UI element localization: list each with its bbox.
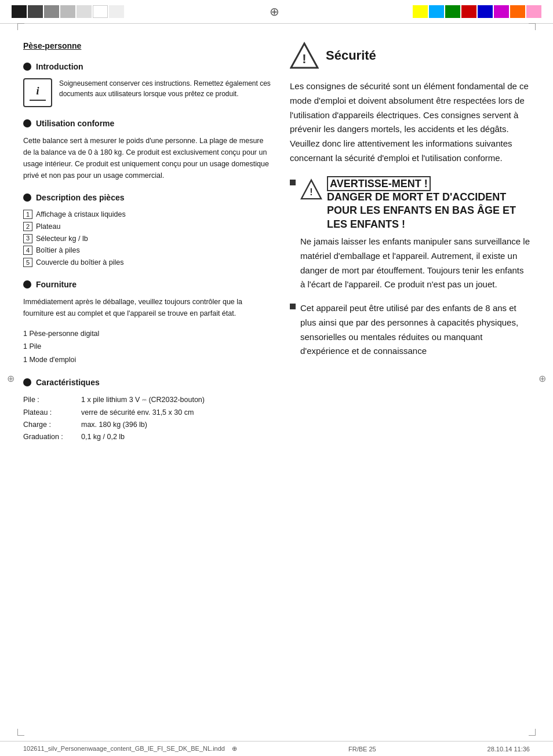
- page-title: Pèse-personne: [23, 41, 272, 50]
- item-number: 3: [23, 234, 32, 243]
- list-item: 4Boîtier à piles: [23, 245, 272, 256]
- footer-crosshair: ⊕: [232, 745, 237, 752]
- color-bar-right: [413, 5, 541, 18]
- warning-body-1: Ne jamais laisser les enfants manipuler …: [300, 235, 530, 292]
- spec-label: Charge :: [23, 419, 81, 431]
- info-lines: [30, 100, 46, 101]
- spec-row: Charge :max. 180 kg (396 lb): [23, 419, 272, 431]
- spec-value: 1 x pile lithium 3 V ⎓ (CR2032-bouton): [81, 394, 272, 406]
- warning-bullet-2: [290, 304, 296, 309]
- item-number: 1: [23, 210, 32, 219]
- color-bar-top: ⊕: [0, 0, 553, 24]
- list-item: 1Affichage à cristaux liquides: [23, 209, 272, 220]
- list-item: 2Plateau: [23, 221, 272, 232]
- security-title: Sécurité: [326, 48, 376, 63]
- item-number: 2: [23, 222, 32, 231]
- item-text: Boîtier à piles: [36, 245, 80, 256]
- list-item: 5Couvercle du boîtier à piles: [23, 257, 272, 268]
- color-bar-left: [12, 5, 124, 18]
- supply-item: 1 Pile: [23, 340, 272, 353]
- info-text: Soigneusement conserver ces instructions…: [59, 78, 272, 99]
- section-dot-desc: [23, 193, 31, 202]
- swatch-very-lt-gray: [77, 5, 92, 18]
- warning-header-row: ! AVERTISSE-MENT ! DANGER DE MORT ET D'A…: [300, 177, 530, 232]
- section-dot-carac: [23, 378, 31, 386]
- spec-value: 0,1 kg / 0,2 lb: [81, 431, 272, 443]
- supply-item: 1 Mode d'emploi: [23, 353, 272, 367]
- section-caracteristiques: Caractéristiques: [23, 378, 272, 387]
- section-fourniture-label: Fourniture: [36, 280, 77, 289]
- footer-page-num: FR/BE 25: [348, 746, 376, 753]
- warning-block-2: Cet appareil peut être utilisé par des e…: [290, 301, 530, 359]
- utilisation-body: Cette balance sert à mesurer le poids d'…: [23, 135, 272, 181]
- spec-row: Pile :1 x pile lithium 3 V ⎓ (CR2032-bou…: [23, 394, 272, 406]
- item-text: Sélecteur kg / lb: [36, 233, 88, 244]
- spec-label: Plateau :: [23, 407, 81, 419]
- item-number: 4: [23, 246, 32, 255]
- spec-value: max. 180 kg (396 lb): [81, 419, 272, 431]
- swatch-lt-gray: [60, 5, 75, 18]
- security-header: ! Sécurité: [290, 41, 530, 70]
- section-dot-util: [23, 119, 31, 127]
- color-bar-center: ⊕: [136, 5, 413, 19]
- warning-block-1: ! AVERTISSE-MENT ! DANGER DE MORT ET D'A…: [290, 177, 530, 293]
- item-text: Affichage à cristaux liquides: [36, 209, 126, 220]
- item-number: 5: [23, 258, 32, 267]
- pieces-list: 1Affichage à cristaux liquides2Plateau3S…: [23, 209, 272, 268]
- item-text: Couvercle du boîtier à piles: [36, 257, 123, 268]
- swatch-green: [445, 5, 460, 18]
- swatch-magenta: [494, 5, 509, 18]
- section-utilisation: Utilisation conforme: [23, 119, 272, 128]
- swatch-off-white: [109, 5, 124, 18]
- warning-content-1: ! AVERTISSE-MENT ! DANGER DE MORT ET D'A…: [300, 177, 530, 293]
- spec-row: Graduation :0,1 kg / 0,2 lb: [23, 431, 272, 443]
- swatch-dk-gray: [28, 5, 43, 18]
- swatch-red: [461, 5, 476, 18]
- warning-title-2: DANGER DE MORT ET D'ACCIDENT POUR LES EN…: [327, 191, 530, 231]
- specs-table: Pile :1 x pile lithium 3 V ⎓ (CR2032-bou…: [23, 394, 272, 443]
- warning-triangle-icon: !: [290, 41, 319, 70]
- item-text: Plateau: [36, 221, 60, 232]
- warning-body-2: Cet appareil peut être utilisé par des e…: [300, 301, 530, 359]
- section-introduction-label: Introduction: [36, 62, 83, 71]
- info-i-letter: i: [36, 85, 39, 97]
- swatch-cyan: [429, 5, 444, 18]
- section-dot-intro: [23, 63, 31, 71]
- section-caracteristiques-label: Caractéristiques: [36, 378, 100, 387]
- supply-list: 1 Pèse-personne digital1 Pile1 Mode d'em…: [23, 327, 272, 367]
- reg-mark-right: ⊕: [539, 372, 546, 384]
- section-description: Description des pièces: [23, 193, 272, 202]
- warning-triangle-small: !: [300, 178, 322, 202]
- spec-label: Graduation :: [23, 431, 81, 443]
- crosshair-top: ⊕: [270, 5, 279, 19]
- swatch-pink: [526, 5, 541, 18]
- section-dot-four: [23, 280, 31, 288]
- svg-text:!: !: [310, 187, 312, 197]
- section-fourniture: Fourniture: [23, 280, 272, 289]
- corner-mark-tr: [529, 23, 536, 30]
- warning-bullet-1: [290, 180, 296, 185]
- footer-file-info: 102611_silv_Personenwaage_content_GB_IE_…: [23, 745, 237, 753]
- spec-label: Pile :: [23, 394, 81, 406]
- swatch-yellow: [413, 5, 428, 18]
- spec-value: verre de sécurité env. 31,5 x 30 cm: [81, 407, 272, 419]
- swatch-black: [12, 5, 27, 18]
- warning-title-1: AVERTISSE-MENT !: [327, 177, 530, 191]
- security-body: Les consignes de sécurité sont un élémen…: [290, 79, 530, 166]
- svg-text:!: !: [302, 52, 306, 66]
- corner-mark-bl: [17, 729, 24, 736]
- fourniture-body: Immédiatement après le déballage, veuill…: [23, 296, 272, 319]
- bottom-bar: 102611_silv_Personenwaage_content_GB_IE_…: [0, 741, 553, 756]
- page-content: Pèse-personne Introduction i Soigneuseme…: [0, 24, 553, 480]
- swatch-white: [93, 5, 108, 18]
- list-item: 3Sélecteur kg / lb: [23, 233, 272, 244]
- supply-item: 1 Pèse-personne digital: [23, 327, 272, 341]
- info-box: i Soigneusement conserver ces instructio…: [23, 78, 272, 107]
- right-column: ! Sécurité Les consignes de sécurité son…: [290, 41, 530, 451]
- section-utilisation-label: Utilisation conforme: [36, 119, 114, 128]
- corner-mark-tl: [17, 23, 24, 30]
- info-icon: i: [23, 78, 52, 107]
- section-description-label: Description des pièces: [36, 193, 125, 202]
- swatch-gray: [44, 5, 59, 18]
- corner-mark-br: [529, 729, 536, 736]
